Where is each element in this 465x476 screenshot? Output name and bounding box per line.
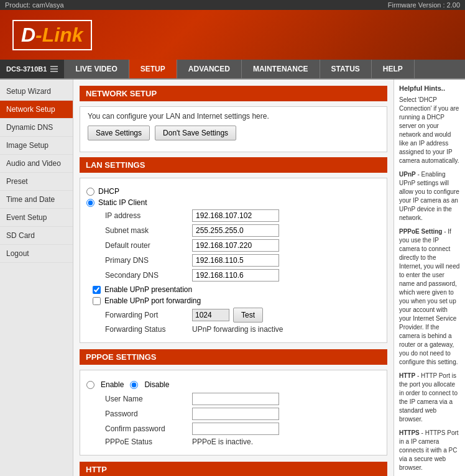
forwarding-status-label: Forwarding Status — [105, 325, 192, 334]
lan-section-header: LAN SETTINGS — [80, 157, 387, 173]
upnp-presentation-row: Enable UPnP presentation — [86, 285, 380, 294]
hints-sidebar: Helpful Hints.. Select 'DHCP Connection'… — [394, 80, 465, 476]
forwarding-port-input[interactable] — [192, 309, 229, 321]
device-name: DCS-3710B1 — [6, 65, 47, 73]
pppoe-enable-radio[interactable] — [86, 381, 94, 389]
ip-address-input[interactable] — [192, 209, 279, 222]
pppoe-status-value: PPPoE is inactive. — [192, 437, 253, 446]
pppoe-disable-label: Disable — [144, 380, 169, 389]
pppoe-status-row: PPPoE Status PPPoE is inactive. — [86, 437, 380, 446]
http-section-header: HTTP — [80, 462, 387, 476]
product-label: Product: camVasya — [5, 1, 64, 9]
hints-title: Helpful Hints.. — [399, 85, 460, 92]
ip-address-label: IP address — [105, 211, 192, 220]
forwarding-port-controls: Test — [192, 308, 263, 323]
sidebar: Setup Wizard Network Setup Dynamic DNS I… — [0, 80, 73, 476]
header: D-Link — [0, 10, 465, 60]
secondary-dns-label: Secondary DNS — [105, 271, 192, 280]
dont-save-settings-button[interactable]: Don't Save Settings — [155, 126, 236, 140]
logo-link: -Link — [35, 24, 83, 46]
pppoe-username-row: User Name — [86, 393, 380, 405]
tab-live-video[interactable]: LIVE VIDEO — [64, 60, 129, 78]
intro-box: You can configure your LAN and Internet … — [80, 106, 387, 152]
sidebar-item-setup-wizard[interactable]: Setup Wizard — [0, 83, 73, 101]
pppoe-password-label: Password — [105, 410, 192, 418]
hint-https: HTTPS - HTTPS Port in a IP camera connec… — [399, 429, 460, 472]
hint-dhcp: Select 'DHCP Connection' if you are runn… — [399, 96, 460, 165]
sidebar-item-dynamic-dns[interactable]: Dynamic DNS — [0, 119, 73, 137]
pppoe-confirm-input[interactable] — [192, 423, 279, 435]
forwarding-port-label: Forwarding Port — [105, 311, 192, 319]
pppoe-enable-label: Enable — [101, 380, 124, 389]
sidebar-item-logout[interactable]: Logout — [0, 245, 73, 263]
device-label: DCS-3710B1 — [0, 60, 64, 78]
default-router-row: Default router — [86, 239, 380, 252]
pppoe-disable-radio[interactable] — [130, 381, 138, 389]
logo-d: D — [21, 24, 35, 46]
upnp-presentation-checkbox[interactable] — [93, 286, 101, 294]
pppoe-username-input[interactable] — [192, 393, 279, 405]
upnp-forwarding-row: Enable UPnP port forwarding — [86, 296, 380, 305]
secondary-dns-input[interactable] — [192, 269, 279, 281]
default-router-label: Default router — [105, 241, 192, 250]
dhcp-radio[interactable] — [86, 188, 94, 196]
forwarding-port-row: Forwarding Port Test — [86, 308, 380, 323]
primary-dns-input[interactable] — [192, 254, 279, 267]
pppoe-username-label: User Name — [105, 395, 192, 403]
tab-setup[interactable]: SETUP — [129, 60, 177, 78]
hint-http: HTTP - HTTP Port is the port you allocat… — [399, 372, 460, 424]
dhcp-radio-row: DHCP — [86, 187, 380, 196]
primary-dns-row: Primary DNS — [86, 254, 380, 267]
tab-help[interactable]: HELP — [372, 60, 415, 78]
forwarding-status-row: Forwarding Status UPnP forwarding is ina… — [86, 325, 380, 334]
sidebar-item-event-setup[interactable]: Event Setup — [0, 209, 73, 227]
main-layout: Setup Wizard Network Setup Dynamic DNS I… — [0, 80, 465, 476]
subnet-mask-row: Subnet mask — [86, 224, 380, 237]
pppoe-password-input[interactable] — [192, 408, 279, 420]
hint-upnp: UPnP - Enabling UPnP settings will allow… — [399, 170, 460, 222]
sidebar-item-network-setup[interactable]: Network Setup — [0, 101, 73, 119]
firmware-label: Firmware Version : 2.00 — [388, 1, 460, 9]
subnet-mask-input[interactable] — [192, 224, 279, 237]
primary-dns-label: Primary DNS — [105, 256, 192, 265]
tab-status[interactable]: STATUS — [320, 60, 372, 78]
secondary-dns-row: Secondary DNS — [86, 269, 380, 281]
device-bars-icon — [50, 66, 58, 72]
hint-pppoe: PPPoE Setting - If you use the IP camera… — [399, 227, 460, 367]
pppoe-confirm-row: Confirm password — [86, 423, 380, 435]
dhcp-label: DHCP — [98, 187, 119, 196]
page-title: NETWORK SETUP — [80, 86, 387, 101]
static-ip-radio[interactable] — [86, 199, 94, 207]
upnp-forwarding-label: Enable UPnP port forwarding — [104, 296, 201, 305]
tab-advanced[interactable]: ADVANCED — [177, 60, 242, 78]
subnet-mask-label: Subnet mask — [105, 226, 192, 235]
save-settings-button[interactable]: Save Settings — [88, 126, 150, 140]
pppoe-section-header: PPPOE SETTINGS — [80, 349, 387, 365]
top-bar: Product: camVasya Firmware Version : 2.0… — [0, 0, 465, 10]
upnp-forwarding-checkbox[interactable] — [93, 297, 101, 305]
forwarding-status-value: UPnP forwarding is inactive — [192, 325, 283, 334]
logo: D-Link — [12, 20, 92, 50]
intro-text: You can configure your LAN and Internet … — [88, 112, 269, 121]
pppoe-settings-box: Enable Disable User Name Password Confir… — [80, 370, 387, 455]
lan-settings-box: DHCP Static IP Client IP address Subnet … — [80, 178, 387, 343]
static-ip-label: Static IP Client — [98, 198, 147, 207]
pppoe-confirm-label: Confirm password — [105, 424, 192, 433]
default-router-input[interactable] — [192, 239, 279, 252]
sidebar-item-sd-card[interactable]: SD Card — [0, 227, 73, 245]
sidebar-item-image-setup[interactable]: Image Setup — [0, 137, 73, 155]
sidebar-item-time-date[interactable]: Time and Date — [0, 191, 73, 209]
sidebar-item-preset[interactable]: Preset — [0, 173, 73, 191]
upnp-presentation-label: Enable UPnP presentation — [104, 285, 192, 294]
nav-bar: DCS-3710B1 LIVE VIDEO SETUP ADVANCED MAI… — [0, 60, 465, 80]
tab-maintenance[interactable]: MAINTENANCE — [242, 60, 320, 78]
pppoe-status-label: PPPoE Status — [105, 437, 192, 446]
sidebar-item-audio-video[interactable]: Audio and Video — [0, 155, 73, 173]
pppoe-radio-row: Enable Disable — [86, 380, 380, 389]
test-button[interactable]: Test — [233, 308, 263, 323]
content-area: NETWORK SETUP You can configure your LAN… — [73, 80, 394, 476]
ip-address-row: IP address — [86, 209, 380, 222]
pppoe-password-row: Password — [86, 408, 380, 420]
static-ip-radio-row: Static IP Client — [86, 198, 380, 207]
